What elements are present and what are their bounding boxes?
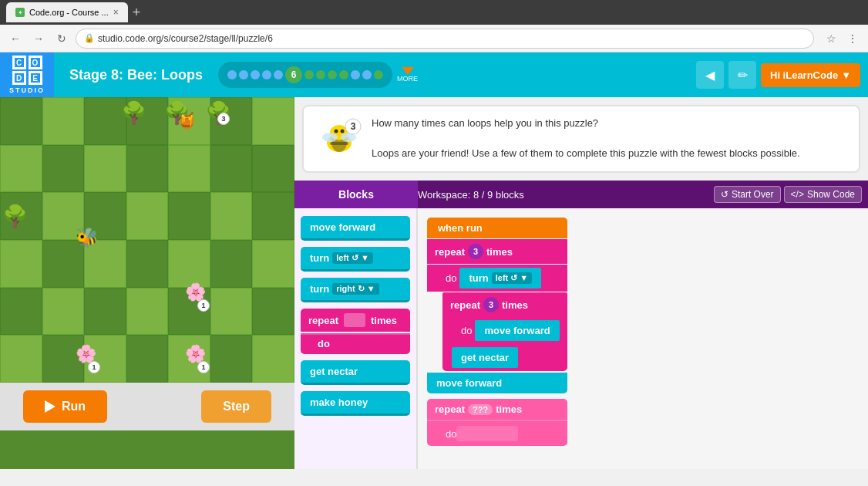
progress-dot-1[interactable]: [227, 70, 237, 79]
blocks-tab[interactable]: Blocks: [294, 181, 418, 208]
ws-repeat2-times: times: [502, 299, 528, 311]
forward-button[interactable]: →: [29, 29, 48, 48]
ws-do2-label: do: [461, 325, 472, 336]
edit-btn[interactable]: ✏: [728, 61, 756, 89]
progress-dot-5[interactable]: [274, 70, 283, 79]
user-label: Hi iLearnCode: [770, 69, 838, 81]
new-tab-button[interactable]: +: [133, 5, 141, 21]
start-over-button[interactable]: ↺ Start Over: [714, 186, 781, 203]
badge-1b: 1: [88, 361, 100, 373]
workspace-block-stack: when run repeat 3 times do turn left ↺ ▼: [427, 218, 567, 446]
ws-bottom-repeat-container: repeat ??? times do: [427, 399, 567, 446]
svg-rect-3: [330, 142, 348, 145]
make-honey-label: make honey: [310, 397, 368, 408]
blocks-workspace: 3 How many times can loops help you in t…: [294, 97, 868, 469]
block-get-nectar[interactable]: get nectar: [301, 360, 410, 385]
workspace-panel[interactable]: when run repeat 3 times do turn left ↺ ▼: [418, 208, 868, 469]
progress-bar: 6: [218, 62, 392, 88]
progress-dot-10[interactable]: [339, 70, 348, 79]
menu-icon[interactable]: ⋮: [843, 29, 862, 48]
stage-title: Stage 8: Bee: Loops: [54, 67, 218, 83]
ws-move-fwd2-label: move forward: [436, 377, 502, 389]
address-bar[interactable]: 🔒 studio.code.org/s/course2/stage/ll/puz…: [76, 29, 814, 49]
run-label: Run: [62, 400, 86, 413]
progress-dot-9[interactable]: [328, 70, 337, 79]
blocks-workspace-header: Blocks Workspace: 8 / 9 blocks ↺ Start O…: [294, 181, 868, 208]
progress-dot-2[interactable]: [239, 70, 248, 79]
more-button[interactable]: MORE: [397, 67, 418, 83]
do-label: do: [318, 338, 330, 349]
svg-text:3: 3: [351, 121, 356, 132]
nav-right-buttons: ☆ ⋮: [822, 29, 862, 48]
ws-do-1: do turn left ↺ ▼: [427, 265, 567, 292]
ws-inner-repeat-container: repeat 3 times do move forward: [442, 292, 567, 371]
run-button[interactable]: Run: [23, 390, 107, 423]
bee-sprite: 🐝: [76, 227, 99, 248]
active-tab[interactable]: ✦ Code.org - Course ... ×: [6, 2, 128, 22]
ws-repeat3-ques: ???: [468, 404, 493, 415]
block-move-forward[interactable]: move forward: [301, 216, 410, 241]
block-make-honey[interactable]: make honey: [301, 391, 410, 416]
back-arrow-btn[interactable]: ◀: [696, 61, 724, 89]
turn-left-label: turn: [310, 252, 329, 264]
progress-dot-6-active[interactable]: 6: [285, 66, 302, 83]
badge-1c: 1: [197, 361, 210, 373]
blocks-workspace-area: move forward turn left ↺ ▼ turn right ↻ …: [294, 208, 868, 469]
refresh-button[interactable]: ↻: [52, 29, 71, 48]
ws-repeat-2: repeat 3 times: [442, 292, 567, 317]
ws-do3-label: do: [446, 428, 456, 440]
ws-repeat1-label: repeat: [435, 246, 465, 258]
progress-dot-12[interactable]: [362, 70, 372, 79]
header-right: ◀ ✏ Hi iLearnCode ▼: [696, 61, 868, 89]
progress-dot-3[interactable]: [251, 70, 260, 79]
ws-repeat-1: repeat 3 times: [427, 239, 567, 264]
progress-dot-7[interactable]: [304, 70, 314, 79]
instruction-line2: Loops are your friend! Use a few of them…: [372, 146, 800, 161]
url-text: studio.code.org/s/course2/stage/ll/puzzl…: [98, 33, 273, 44]
turn-right-label: turn: [310, 283, 329, 295]
bookmark-icon[interactable]: ☆: [822, 29, 840, 48]
get-nectar-label: get nectar: [310, 366, 358, 377]
game-canvas: 🌳 🌳 🌳 🌳 🐝 🍯 3 🌸 🌸 🌸 1 1 1: [0, 97, 294, 383]
main-content: 🌳 🌳 🌳 🌳 🐝 🍯 3 🌸 🌸 🌸 1 1 1 Run Step: [0, 97, 868, 469]
workspace-count: Workspace: 8 / 9 blocks: [418, 189, 524, 201]
user-menu-button[interactable]: Hi iLearnCode ▼: [761, 63, 860, 87]
code-studio-logo: C O D E STUDIO: [0, 52, 54, 97]
svg-point-6: [341, 130, 345, 133]
repeat-do: do: [301, 333, 410, 354]
ws-get-nectar-label: get nectar: [461, 352, 509, 363]
more-triangle-icon: [402, 67, 414, 75]
show-code-button[interactable]: </> Show Code: [784, 186, 862, 203]
ws-repeat2-label: repeat: [450, 299, 480, 311]
browser-chrome: ✦ Code.org - Course ... × + ← → ↻ 🔒 stud…: [0, 0, 868, 52]
logo-code-e: E: [29, 71, 42, 85]
block-repeat[interactable]: repeat times do: [301, 309, 410, 354]
block-turn-left[interactable]: turn left ↺ ▼: [301, 247, 410, 272]
progress-dot-8[interactable]: [316, 70, 325, 79]
workspace-actions: ↺ Start Over </> Show Code: [714, 186, 868, 203]
ws-repeat1-times: times: [486, 246, 513, 258]
workspace-tab: Workspace: 8 / 9 blocks ↺ Start Over </>…: [418, 181, 868, 208]
ws-move-forward-1: move forward: [475, 320, 559, 341]
progress-dot-13[interactable]: [374, 70, 383, 79]
progress-dot-11[interactable]: [351, 70, 360, 79]
user-dropdown-icon: ▼: [841, 69, 851, 81]
turn-left-dir: left ↺ ▼: [332, 252, 373, 264]
ws-repeat-3: repeat ??? times: [427, 399, 567, 421]
step-button[interactable]: Step: [201, 390, 271, 423]
logo-code-o: O: [29, 56, 42, 69]
progress-dot-4[interactable]: [262, 70, 271, 79]
browser-nav-bar: ← → ↻ 🔒 studio.code.org/s/course2/stage/…: [0, 25, 868, 52]
code-icon: </>: [791, 189, 804, 200]
back-button[interactable]: ←: [6, 29, 25, 48]
ws-do1-label: do: [446, 272, 456, 284]
instruction-box: 3 How many times can loops help you in t…: [302, 105, 860, 173]
ws-repeat3-label: repeat: [435, 403, 465, 415]
ws-turn-label: turn: [469, 272, 488, 284]
tree-sprite-1: 🌳: [2, 204, 29, 229]
tab-close-btn[interactable]: ×: [113, 7, 119, 18]
logo-code-c: C: [12, 56, 26, 69]
ws-move-forward-2: move forward: [427, 373, 567, 393]
block-turn-right[interactable]: turn right ↻ ▼: [301, 278, 410, 302]
badge-3: 3: [217, 113, 230, 125]
